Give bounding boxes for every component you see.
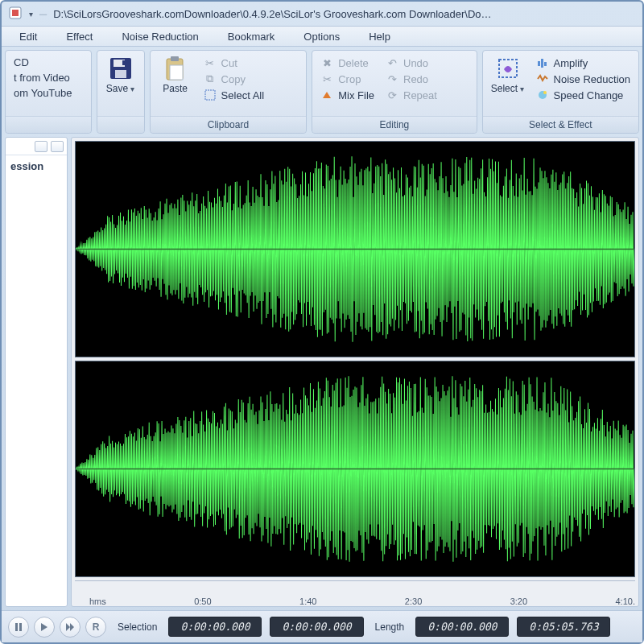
svg-rect-9 <box>205 90 215 100</box>
ribbon-title-editing: Editing <box>312 116 476 133</box>
window-title: D:\SciLorsGrooveshark.comDownloader\0.4.… <box>53 8 491 20</box>
crop-icon: ✂ <box>320 72 333 85</box>
record-button[interactable]: R <box>85 617 106 638</box>
mix-icon <box>320 89 333 101</box>
svg-rect-4 <box>115 70 126 78</box>
ribbon-title-open <box>6 116 91 133</box>
tracks <box>72 138 638 580</box>
pause-button[interactable] <box>8 617 29 638</box>
ribbon-group-editing: ✖Delete ✂Crop Mix File ↶Undo ↷Redo ⟳Repe… <box>312 50 477 134</box>
selection-label: Selection <box>114 621 160 633</box>
repeat-icon: ⟳ <box>386 89 398 101</box>
ribbon-title-select-effect: Select & Effect <box>483 116 638 133</box>
sidebar-tool-2[interactable] <box>51 141 64 152</box>
svg-rect-8 <box>170 65 183 80</box>
amplify-button[interactable]: Amplify <box>535 56 632 70</box>
ribbon-title-clipboard: Clipboard <box>151 116 307 133</box>
menubar: Edit Effect Noise Reduction Bookmark Opt… <box>2 26 642 47</box>
next-button[interactable] <box>60 617 80 638</box>
redo-button[interactable]: ↷Redo <box>384 72 439 86</box>
svg-rect-19 <box>19 623 22 631</box>
select-button[interactable]: Select ▾ <box>489 56 526 94</box>
menu-noise-reduction[interactable]: Noise Reduction <box>107 28 213 45</box>
waveform-area: hms 0:50 1:40 2:30 3:20 4:10. <box>71 137 639 607</box>
svg-rect-12 <box>541 59 543 68</box>
copy-button[interactable]: ⧉Copy <box>202 72 266 86</box>
sidebar-toolbar <box>6 138 67 155</box>
ruler-tick: 1:40 <box>299 597 316 606</box>
titlebar: ▾ ─ D:\SciLorsGrooveshark.comDownloader\… <box>2 2 642 26</box>
play-button[interactable] <box>34 617 55 638</box>
delete-icon: ✖ <box>320 56 333 69</box>
menu-bookmark[interactable]: Bookmark <box>213 28 290 45</box>
cut-button[interactable]: ✂Cut <box>202 56 266 70</box>
ribbon: CD t from Video om YouTube Save ▾ <box>2 47 642 134</box>
selection-start: 0:00:00.000 <box>168 617 262 637</box>
length-end: 0:05:05.763 <box>517 617 610 637</box>
ribbon-group-clipboard: Paste ✂Cut ⧉Copy Select All Clipboard <box>150 50 308 134</box>
open-from-video[interactable]: t from Video <box>12 71 74 85</box>
statusbar: R Selection 0:00:00.000 0:00:00.000 Leng… <box>2 610 642 642</box>
sidebar-tool-1[interactable] <box>35 141 47 152</box>
scissors-icon: ✂ <box>204 56 217 69</box>
undo-button[interactable]: ↶Undo <box>384 56 439 70</box>
open-cd[interactable]: CD <box>12 56 74 69</box>
svg-rect-18 <box>15 623 18 631</box>
repeat-button[interactable]: ⟳Repeat <box>384 88 439 102</box>
noise-icon <box>536 72 549 85</box>
selection-end: 0:00:00.000 <box>270 617 363 637</box>
select-all-button[interactable]: Select All <box>202 88 266 102</box>
svg-rect-7 <box>171 56 179 61</box>
ruler-tick: 0:50 <box>194 597 211 606</box>
length-label: Length <box>372 621 408 633</box>
sidebar: ession <box>5 137 68 607</box>
select-icon <box>495 56 521 81</box>
crop-button[interactable]: ✂Crop <box>319 72 376 86</box>
ribbon-group-open: CD t from Video om YouTube <box>5 50 92 134</box>
length-start: 0:00:00.000 <box>415 617 509 637</box>
undo-icon: ↶ <box>386 56 398 69</box>
clipboard-icon <box>163 56 188 81</box>
ruler-unit: hms <box>89 597 106 606</box>
floppy-icon <box>108 56 134 81</box>
svg-rect-5 <box>122 60 125 65</box>
speed-icon <box>536 89 549 101</box>
app-window: ▾ ─ D:\SciLorsGrooveshark.comDownloader\… <box>0 0 644 644</box>
select-all-icon <box>204 89 217 101</box>
quick-access-dropdown[interactable]: ▾ <box>29 10 33 19</box>
ribbon-group-select-effect: Select ▾ Amplify Noise Reduction Speed C… <box>482 50 639 134</box>
ribbon-group-save: Save ▾ <box>97 50 145 134</box>
mix-file-button[interactable]: Mix File <box>319 88 376 102</box>
speed-change-button[interactable]: Speed Change <box>535 88 632 102</box>
save-button[interactable]: Save ▾ <box>102 56 139 94</box>
time-ruler[interactable]: hms 0:50 1:40 2:30 3:20 4:10. <box>72 580 638 606</box>
waveform-track-right[interactable] <box>75 361 635 577</box>
redo-icon: ↷ <box>386 72 398 85</box>
svg-rect-1 <box>12 10 19 16</box>
sidebar-item-session[interactable]: ession <box>10 160 62 172</box>
svg-rect-11 <box>538 61 540 66</box>
noise-reduction-button[interactable]: Noise Reduction <box>535 72 632 86</box>
app-icon <box>8 6 23 23</box>
menu-edit[interactable]: Edit <box>5 28 52 45</box>
menu-options[interactable]: Options <box>289 28 354 45</box>
menu-effect[interactable]: Effect <box>52 28 107 45</box>
paste-button[interactable]: Paste <box>157 56 194 94</box>
transport-controls: R <box>8 617 106 638</box>
delete-button[interactable]: ✖Delete <box>319 56 376 70</box>
menu-help[interactable]: Help <box>354 28 405 45</box>
open-from-youtube[interactable]: om YouTube <box>12 86 74 100</box>
svg-rect-13 <box>544 62 547 66</box>
content-area: ession hms 0:50 1:40 2:30 3:20 <box>2 134 642 610</box>
ruler-tick: 4:10. <box>616 597 635 606</box>
ruler-tick: 3:20 <box>510 597 527 606</box>
copy-icon: ⧉ <box>204 72 217 85</box>
amplify-icon <box>536 56 549 69</box>
svg-point-15 <box>543 91 547 94</box>
waveform-track-left[interactable] <box>75 141 635 357</box>
ruler-tick: 2:30 <box>405 597 422 606</box>
